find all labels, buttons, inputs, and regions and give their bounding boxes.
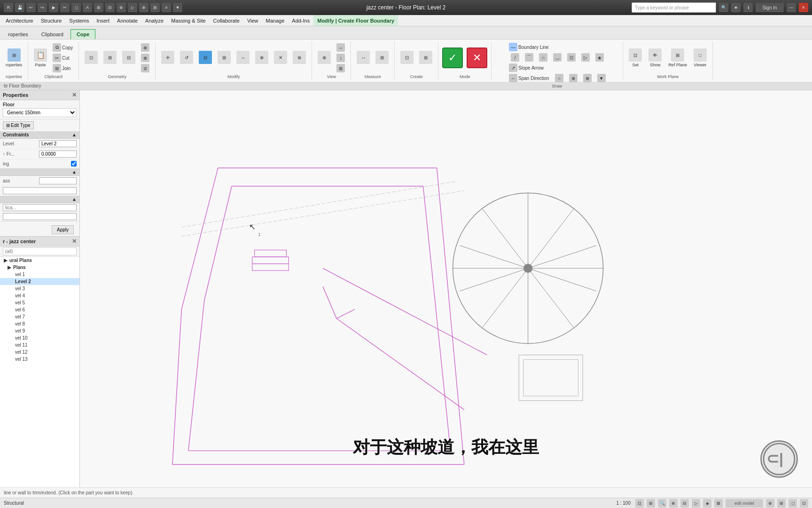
copy-btn[interactable]: ⧉ Copy: [51, 43, 75, 52]
geo-btn-2[interactable]: ⊞: [102, 50, 118, 66]
quick-access-8[interactable]: ⊞: [94, 3, 103, 12]
cancel-mode-btn[interactable]: ✕: [467, 48, 487, 68]
tree-item-vel-12[interactable]: vel 12: [0, 349, 79, 356]
measure-btn-2[interactable]: ⊞: [374, 50, 390, 66]
view-small-3[interactable]: ⊞: [335, 64, 347, 73]
join-btn[interactable]: ⊞ Join: [51, 64, 75, 73]
tree-item-vel-4[interactable]: vel 4: [0, 292, 79, 299]
status-icon-1[interactable]: ⊡: [635, 499, 644, 508]
measure-btn-1[interactable]: ↔: [355, 50, 372, 66]
view-small-2[interactable]: ↕: [335, 53, 347, 63]
sign-in-button[interactable]: Sign In: [756, 3, 784, 12]
menu-collaborate[interactable]: Collaborate: [210, 15, 243, 26]
tree-item-vel-8[interactable]: vel 8: [0, 320, 79, 327]
apply-btn[interactable]: Apply: [52, 225, 74, 234]
tree-item-vel-6[interactable]: vel 6: [0, 306, 79, 313]
mod-btn-3[interactable]: ⊟: [197, 50, 214, 66]
draw-line-btn-5[interactable]: ⊡: [565, 53, 578, 62]
draw-extra-1[interactable]: ○: [553, 73, 565, 83]
tree-item-ural-plans[interactable]: ▶ ural Plans: [0, 257, 79, 264]
second-section-header[interactable]: ▲: [0, 168, 79, 176]
search-input[interactable]: Type a keyword or phrase: [632, 2, 716, 13]
tree-item-vel-3[interactable]: vel 3: [0, 285, 79, 292]
quick-access-5[interactable]: ✂: [60, 3, 70, 12]
draw-line-btn-7[interactable]: ◈: [593, 53, 606, 62]
draw-line-btn-1[interactable]: /: [509, 53, 521, 62]
status-icon-4[interactable]: ⊕: [669, 499, 678, 508]
tree-item-vel-5[interactable]: vel 5: [0, 299, 79, 306]
mod-btn-4[interactable]: ⊞: [216, 50, 233, 66]
boundary-line-btn[interactable]: — Boundary Line: [507, 42, 551, 52]
draw-line-btn-2[interactable]: ⌒: [523, 53, 535, 62]
app-icon[interactable]: R: [4, 3, 13, 12]
draw-line-btn-3[interactable]: ∩: [537, 53, 549, 62]
properties-btn[interactable]: ⊞ roperties: [4, 48, 24, 68]
quick-access-9[interactable]: ⊟: [105, 3, 115, 12]
type-dropdown[interactable]: Generic 150mm: [3, 108, 77, 117]
help-feedback[interactable]: ★: [731, 3, 741, 12]
menu-insert[interactable]: Insert: [93, 15, 114, 26]
mod-btn-7[interactable]: ✕: [272, 50, 289, 66]
view-btn-1[interactable]: ⊕: [316, 50, 333, 66]
quick-access-13[interactable]: ⊞: [150, 3, 160, 12]
quick-access-4[interactable]: ▶: [49, 3, 58, 12]
status-icon-5[interactable]: ⊟: [680, 499, 689, 508]
status-icon-11[interactable]: ◻: [789, 499, 797, 508]
tree-item-plans[interactable]: ▶ Plans: [0, 264, 79, 271]
menu-massing[interactable]: Massing & Site: [167, 15, 209, 26]
status-icon-2[interactable]: ⊞: [647, 499, 655, 508]
ribbon-tab-properties[interactable]: roperties: [2, 29, 34, 39]
info-center[interactable]: ℹ: [743, 3, 753, 12]
span-direction-btn[interactable]: ↔ Span Direction: [507, 73, 551, 83]
project-browser-close-btn[interactable]: ✕: [72, 238, 77, 245]
quick-access-15[interactable]: ▼: [173, 3, 182, 12]
create-btn-1[interactable]: ⊡: [398, 50, 415, 66]
quick-access-10[interactable]: ⊕: [117, 3, 126, 12]
menu-structure[interactable]: Structure: [37, 15, 66, 26]
status-icon-10[interactable]: ⊞: [777, 499, 786, 508]
menu-view[interactable]: View: [243, 15, 262, 26]
geo-btn-3[interactable]: ⊟: [120, 50, 137, 66]
quick-access-14[interactable]: ≡: [162, 3, 171, 12]
quick-access-7[interactable]: A: [83, 3, 92, 12]
quick-access-11[interactable]: ▷: [128, 3, 137, 12]
geo-small-2[interactable]: ⊗: [139, 53, 151, 63]
paste-btn[interactable]: 📋 Paste: [32, 48, 49, 68]
menu-manage[interactable]: Manage: [262, 15, 289, 26]
draw-line-btn-6[interactable]: ▷: [579, 53, 592, 62]
viewer-btn[interactable]: □ Viewer: [692, 48, 709, 68]
ribbon-tab-clipboard[interactable]: Clipboard: [35, 29, 70, 39]
menu-addins[interactable]: Add-Ins: [288, 15, 313, 26]
status-icon-8[interactable]: ⊠: [714, 499, 723, 508]
mod-btn-2[interactable]: ↺: [178, 50, 195, 66]
status-icon-12[interactable]: ⊡: [800, 499, 808, 508]
tree-item-vel-11[interactable]: vel 11: [0, 341, 79, 349]
quick-access-12[interactable]: ⊗: [139, 3, 148, 12]
status-icon-9[interactable]: ⊕: [766, 499, 774, 508]
geo-btn-1[interactable]: ⊡: [83, 50, 100, 66]
properties-close-btn[interactable]: ✕: [72, 92, 77, 98]
mod-btn-6[interactable]: ⊕: [253, 50, 270, 66]
status-icon-6[interactable]: ▷: [692, 499, 700, 508]
tree-item-vel-9[interactable]: vel 9: [0, 327, 79, 334]
set-btn[interactable]: ⊡ Set: [627, 48, 644, 68]
draw-extra-3[interactable]: ⊗: [581, 73, 593, 83]
menu-annotate[interactable]: Annotate: [113, 15, 141, 26]
tree-item-vel-10[interactable]: vel 10: [0, 334, 79, 341]
third-section-header[interactable]: ▲: [0, 196, 79, 203]
quick-access-1[interactable]: 💾: [15, 3, 24, 12]
quick-access-6[interactable]: ◻: [71, 3, 81, 12]
tree-item-vel-1[interactable]: vel 1: [0, 271, 79, 278]
ref-plane-btn[interactable]: ⊞ Ref Plane: [666, 48, 689, 68]
menu-architecture[interactable]: Architecture: [2, 15, 37, 26]
status-icon-3[interactable]: 🔍: [658, 499, 666, 508]
mod-btn-5[interactable]: ↔: [234, 50, 251, 66]
canvas-area[interactable]: ↖ ↕ 对于这种坡道，我在这里 ⊂|: [80, 90, 812, 487]
slope-arrow-btn[interactable]: ↗ Slope Arrow: [507, 63, 546, 72]
ribbon-tab-active[interactable]: Cope: [70, 29, 96, 39]
quick-access-2[interactable]: ↩: [26, 3, 36, 12]
menu-systems[interactable]: Systems: [65, 15, 93, 26]
edit-type-btn[interactable]: ⊞ Edit Type: [3, 121, 34, 129]
view-small-1[interactable]: ↔: [335, 43, 347, 52]
tree-item-level-2[interactable]: Level 2: [0, 278, 79, 285]
